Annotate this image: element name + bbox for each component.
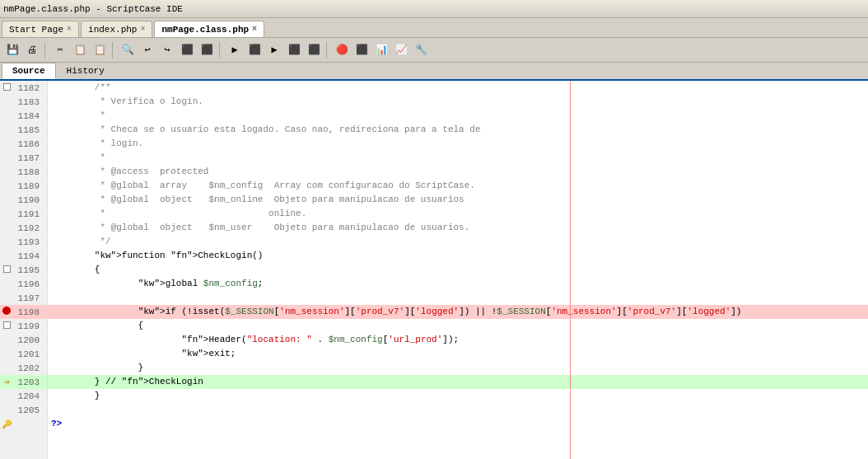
toolbar-btn-19[interactable]: 🔴 (333, 41, 351, 59)
code-area[interactable]: 1182118311841185118611871188118911901191… (0, 81, 868, 459)
title-text: nmPage.class.php - ScriptCase IDE (3, 4, 183, 14)
tab-nmPageclassphp[interactable]: nmPage.class.php× (154, 21, 264, 37)
code-line: "kw">exit; (48, 347, 868, 361)
code-line: * @global object $nm_online Objeto para … (48, 193, 868, 207)
line-number: 1196 (13, 279, 43, 289)
line-number: 1184 (13, 111, 43, 121)
toolbar-separator (326, 42, 329, 59)
line-number: 1198 (13, 307, 43, 317)
toolbar-btn-4[interactable]: 📋 (71, 41, 89, 59)
gutter-icon (0, 321, 13, 331)
code-line: } // "fn">CheckLogin (48, 375, 868, 389)
code-line: } (48, 389, 868, 403)
toolbar-btn-5[interactable]: 📋 (91, 41, 109, 59)
line-number: 1190 (13, 195, 43, 205)
toolbar-btn-14[interactable]: ⬛ (245, 41, 264, 59)
source-tab-history[interactable]: History (56, 63, 115, 79)
toolbar-btn-22[interactable]: 📈 (392, 41, 410, 59)
gutter-icon (0, 265, 13, 275)
tab-close-icon[interactable]: × (140, 25, 145, 34)
line-number: 1200 (13, 335, 43, 345)
code-line: } (48, 361, 868, 375)
toolbar-separator (219, 42, 222, 59)
line-number: 1187 (13, 153, 43, 163)
tab-close-icon[interactable]: × (67, 25, 72, 34)
line-number: 1193 (13, 237, 43, 247)
code-line: * Checa se o usuario esta logado. Caso n… (48, 123, 868, 137)
code-line (48, 403, 868, 417)
line-number: 1183 (13, 97, 43, 107)
code-line: "kw">if (!isset($_SESSION['nm_session'][… (48, 305, 868, 319)
toolbar-separator (44, 42, 48, 59)
toolbar-btn-17[interactable]: ⬛ (305, 41, 323, 59)
line-number: 1185 (13, 125, 43, 135)
toolbar-btn-10[interactable]: ⬛ (178, 41, 196, 59)
code-line: * login. (48, 137, 868, 151)
code-line: * (48, 109, 868, 123)
title-bar: nmPage.class.php - ScriptCase IDE (0, 0, 868, 18)
toolbar-separator (112, 42, 115, 59)
code-line: ?> (48, 417, 868, 431)
toolbar-btn-7[interactable]: 🔍 (119, 41, 137, 59)
line-number: 1205 (13, 405, 43, 415)
code-column[interactable]: /** * Verifica o login. * * Checa se o u… (48, 81, 868, 459)
code-line: "kw">global $nm_config; (48, 277, 868, 291)
line-number: 1199 (13, 321, 43, 331)
line-number: 1189 (13, 181, 43, 191)
gutter-icon (0, 83, 13, 93)
toolbar-btn-15[interactable]: ▶ (265, 41, 283, 59)
line-number: 1194 (13, 251, 43, 261)
toolbar-btn-23[interactable]: 🔧 (412, 41, 430, 59)
line-number: 1203 (13, 377, 43, 387)
toolbar-btn-8[interactable]: ↩ (138, 41, 156, 59)
line-number: 1188 (13, 167, 43, 177)
code-line: "fn">Header("location: " . $nm_config['u… (48, 333, 868, 347)
line-number: 1195 (13, 265, 43, 275)
toolbar-btn-9[interactable]: ↪ (158, 41, 176, 59)
line-number: 1191 (13, 209, 43, 219)
toolbar-btn-1[interactable]: 🖨 (23, 41, 41, 59)
toolbar-btn-3[interactable]: ✂ (51, 41, 69, 59)
code-line: { (48, 319, 868, 333)
tab-bar: Start Page×index.php×nmPage.class.php× (0, 18, 868, 38)
code-line: * @global object $nm_user Objeto para ma… (48, 221, 868, 235)
toolbar-btn-21[interactable]: 📊 (372, 41, 390, 59)
toolbar: 💾🖨✂📋📋🔍↩↪⬛⬛▶⬛▶⬛⬛🔴⬛📊📈🔧 (0, 38, 868, 63)
line-number: 1197 (13, 293, 43, 303)
gutter-icon: 🔑 (0, 419, 13, 429)
code-line: * @global array $nm_config Array com con… (48, 179, 868, 193)
code-line: /** (48, 81, 868, 95)
code-line (48, 291, 868, 305)
tab-indexphp[interactable]: index.php× (81, 21, 152, 37)
code-line: */ (48, 235, 868, 249)
toolbar-btn-16[interactable]: ⬛ (285, 41, 303, 59)
line-number: 1202 (13, 363, 43, 373)
code-line: * (48, 151, 868, 165)
code-line: { (48, 263, 868, 277)
code-line: "kw">function "fn">CheckLogin() (48, 249, 868, 263)
line-number: 1186 (13, 139, 43, 149)
code-line: * online. (48, 207, 868, 221)
editor: 1182118311841185118611871188118911901191… (0, 81, 868, 459)
toolbar-btn-13[interactable]: ▶ (226, 41, 244, 59)
gutter-icon (0, 307, 13, 317)
code-line: * @access protected (48, 165, 868, 179)
toolbar-btn-20[interactable]: ⬛ (352, 41, 371, 59)
line-number: 1201 (13, 349, 43, 359)
gutter-icon: ⇒ (0, 376, 13, 388)
line-numbers-column: 1182118311841185118611871188118911901191… (0, 81, 48, 459)
line-number: 1204 (13, 391, 43, 401)
tab-Start Page[interactable]: Start Page× (2, 21, 79, 37)
editor-wrapper: 1182118311841185118611871188118911901191… (0, 81, 868, 459)
code-line: * Verifica o login. (48, 95, 868, 109)
toolbar-btn-0[interactable]: 💾 (3, 41, 21, 59)
line-number: 1182 (13, 83, 43, 93)
source-tabs: SourceHistory (0, 63, 868, 81)
toolbar-btn-11[interactable]: ⬛ (198, 41, 216, 59)
source-tab-source[interactable]: Source (2, 63, 56, 79)
line-number: 1192 (13, 223, 43, 233)
tab-close-icon[interactable]: × (252, 25, 257, 34)
